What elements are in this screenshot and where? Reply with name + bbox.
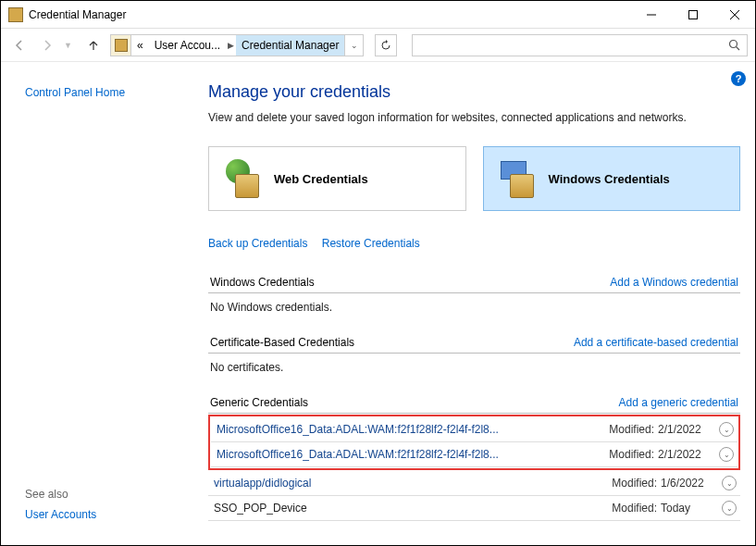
- add-windows-credential-link[interactable]: Add a Windows credential: [610, 276, 738, 289]
- app-icon: [8, 7, 23, 22]
- add-generic-credential-link[interactable]: Add a generic credential: [619, 396, 738, 409]
- section-title-windows: Windows Credentials: [210, 276, 315, 289]
- location-icon: [111, 35, 131, 56]
- refresh-button[interactable]: [375, 34, 397, 56]
- control-panel-home-link[interactable]: Control Panel Home: [25, 86, 195, 99]
- close-button[interactable]: [713, 1, 755, 28]
- web-credentials-label: Web Credentials: [274, 172, 368, 186]
- breadcrumb[interactable]: « User Accou... ▶ Credential Manager ⌄: [110, 34, 364, 56]
- credential-row[interactable]: virtualapp/didlogicalModified:1/6/2022⌄: [208, 471, 740, 496]
- page-subtitle: View and delete your saved logon informa…: [208, 111, 740, 124]
- credential-row[interactable]: MicrosoftOffice16_Data:ADAL:WAM:f2f1f28l…: [211, 442, 737, 467]
- svg-line-5: [737, 46, 740, 50]
- section-title-generic: Generic Credentials: [210, 396, 308, 409]
- breadcrumb-seg-user-accounts[interactable]: User Accou...: [149, 35, 226, 56]
- backup-credentials-link[interactable]: Back up Credentials: [208, 237, 307, 250]
- forward-button[interactable]: [36, 34, 58, 56]
- credential-name: MicrosoftOffice16_Data:ADAL:WAM:f2f1f28l…: [217, 423, 609, 436]
- search-input[interactable]: [412, 34, 748, 56]
- restore-credentials-link[interactable]: Restore Credentials: [322, 237, 420, 250]
- credential-row[interactable]: MicrosoftOffice16_Data:ADAL:WAM:f2f1f28l…: [211, 417, 737, 442]
- modified-label: Modified:: [609, 423, 654, 436]
- add-cert-credential-link[interactable]: Add a certificate-based credential: [574, 336, 738, 349]
- modified-value: 1/6/2022: [661, 477, 714, 490]
- cert-empty-text: No certificates.: [208, 354, 740, 391]
- back-button[interactable]: [8, 34, 31, 56]
- breadcrumb-dropdown[interactable]: ⌄: [344, 35, 363, 56]
- search-icon: [728, 39, 741, 56]
- page-title: Manage your credentials: [208, 82, 740, 102]
- expand-chevron-icon[interactable]: ⌄: [722, 501, 737, 515]
- modified-label: Modified:: [612, 477, 657, 490]
- windows-credentials-icon: [497, 159, 536, 198]
- windows-credentials-tile[interactable]: Windows Credentials: [483, 146, 741, 211]
- web-credentials-tile[interactable]: Web Credentials: [208, 146, 466, 211]
- svg-rect-1: [688, 10, 697, 19]
- web-credentials-icon: [222, 159, 261, 198]
- breadcrumb-prefix[interactable]: «: [131, 35, 149, 56]
- expand-chevron-icon[interactable]: ⌄: [719, 422, 734, 437]
- history-dropdown-icon[interactable]: ▼: [64, 41, 77, 50]
- windows-credentials-label: Windows Credentials: [549, 172, 670, 186]
- chevron-right-icon: ▶: [226, 41, 236, 50]
- highlighted-credentials: MicrosoftOffice16_Data:ADAL:WAM:f2f1f28l…: [208, 415, 740, 470]
- minimize-button[interactable]: [630, 1, 672, 28]
- breadcrumb-seg-credential-manager[interactable]: Credential Manager: [236, 35, 344, 56]
- modified-value: 2/1/2022: [658, 423, 712, 436]
- modified-label: Modified:: [612, 502, 657, 515]
- credential-name: SSO_POP_Device: [214, 502, 612, 515]
- expand-chevron-icon[interactable]: ⌄: [722, 476, 737, 490]
- modified-label: Modified:: [609, 448, 654, 461]
- help-icon[interactable]: ?: [731, 71, 746, 86]
- up-button[interactable]: [82, 34, 105, 56]
- expand-chevron-icon[interactable]: ⌄: [719, 447, 734, 462]
- credential-name: virtualapp/didlogical: [214, 477, 612, 490]
- credential-row[interactable]: SSO_POP_DeviceModified:Today⌄: [208, 496, 740, 521]
- section-title-cert: Certificate-Based Credentials: [210, 336, 354, 349]
- maximize-button[interactable]: [672, 1, 713, 28]
- credential-name: MicrosoftOffice16_Data:ADAL:WAM:f2f1f28l…: [217, 448, 609, 461]
- window-title: Credential Manager: [29, 8, 630, 21]
- windows-empty-text: No Windows credentials.: [208, 293, 740, 330]
- modified-value: 2/1/2022: [658, 448, 712, 461]
- user-accounts-link[interactable]: User Accounts: [25, 508, 195, 521]
- svg-point-4: [730, 40, 737, 47]
- see-also-label: See also: [25, 488, 195, 501]
- modified-value: Today: [661, 502, 714, 515]
